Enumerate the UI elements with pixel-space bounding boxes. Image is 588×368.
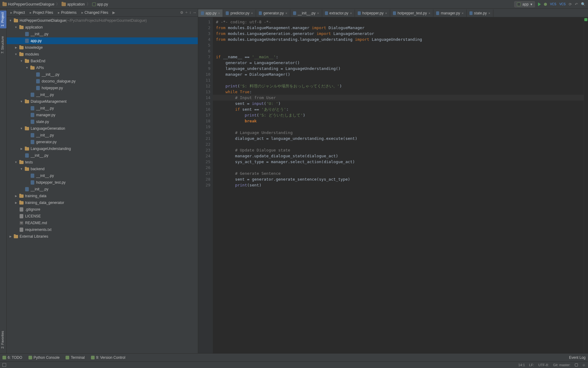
tree-arrow-icon[interactable]: ▼ bbox=[20, 167, 23, 171]
line-number[interactable]: 8 bbox=[198, 60, 210, 66]
tree-arrow-icon[interactable]: ▼ bbox=[14, 26, 18, 29]
code-line[interactable]: # Update Dialogue state bbox=[216, 147, 584, 153]
tool-window-tab[interactable]: 7: Structure bbox=[0, 34, 6, 56]
tree-node[interactable]: ▶training_data_generator bbox=[7, 199, 198, 206]
line-number[interactable]: 2 bbox=[198, 25, 210, 31]
bottom-tool-tab[interactable]: 9: Version Control bbox=[91, 355, 125, 360]
hector-icon[interactable]: ☺ bbox=[582, 363, 586, 367]
line-number[interactable]: 10 bbox=[198, 71, 210, 77]
tree-node[interactable]: ▶knowledge bbox=[7, 44, 198, 51]
line-number[interactable]: 19 bbox=[198, 124, 210, 130]
code-line[interactable]: generator = LanguageGenerator() bbox=[216, 60, 584, 66]
close-icon[interactable]: × bbox=[317, 11, 319, 15]
project-view-tab[interactable]: ▸Project bbox=[8, 10, 27, 16]
code-line[interactable]: from modules.LanguageUnderstanding.langu… bbox=[216, 36, 584, 42]
line-number[interactable]: 1 bbox=[198, 19, 210, 25]
code-line[interactable]: print(sent) bbox=[216, 182, 584, 188]
code-line[interactable]: print('S: どういたしまして') bbox=[216, 112, 584, 118]
tree-node[interactable]: ▼HotPepperGourmetDialogue (~/PycharmProj… bbox=[7, 17, 198, 24]
line-number[interactable]: 7 bbox=[198, 54, 210, 60]
line-number[interactable]: 3 bbox=[198, 31, 210, 36]
code-line[interactable] bbox=[216, 48, 584, 54]
code-line[interactable]: break bbox=[216, 118, 584, 124]
line-number[interactable]: 11 bbox=[198, 77, 210, 83]
lock-icon[interactable] bbox=[575, 363, 578, 366]
tree-node[interactable]: .gitignore bbox=[7, 206, 198, 213]
code-line[interactable]: dialogue_act = language_understanding.ex… bbox=[216, 136, 584, 141]
tree-node[interactable]: __init__.py bbox=[7, 31, 198, 37]
tree-node[interactable]: ▶LanguageUnderstanding bbox=[7, 145, 198, 152]
panel-tool-icon[interactable]: ⚙ bbox=[180, 10, 183, 15]
code-line[interactable] bbox=[216, 165, 584, 171]
tree-node[interactable]: hotpepper_test.py bbox=[7, 179, 198, 186]
line-number[interactable]: 28 bbox=[198, 176, 210, 182]
editor-tab[interactable]: hotpepper_test.py× bbox=[390, 10, 434, 17]
editor-tab[interactable]: hotpepper.py× bbox=[355, 10, 390, 17]
editor-tab[interactable]: generator.py× bbox=[256, 10, 290, 17]
debug-icon[interactable] bbox=[544, 3, 547, 6]
line-separator[interactable]: LF: bbox=[529, 363, 534, 367]
tree-arrow-icon[interactable]: ▼ bbox=[20, 59, 23, 63]
code-line[interactable]: # -*- coding: utf-8 -*- bbox=[216, 19, 584, 25]
tree-arrow-icon[interactable]: ▼ bbox=[14, 161, 18, 164]
encoding[interactable]: UTF-8: bbox=[538, 363, 549, 367]
panel-tool-icon[interactable]: ÷ bbox=[185, 10, 187, 15]
line-number[interactable]: 5 bbox=[198, 42, 210, 48]
tree-node[interactable]: state.py bbox=[7, 118, 198, 125]
bottom-tool-tab[interactable]: Terminal bbox=[66, 355, 85, 360]
event-log-tab[interactable]: Event Log bbox=[569, 355, 586, 360]
editor-tab[interactable]: app.py× bbox=[198, 10, 223, 17]
close-icon[interactable]: × bbox=[428, 11, 430, 15]
tree-node[interactable]: __init__.py bbox=[7, 132, 198, 139]
close-icon[interactable]: × bbox=[285, 11, 287, 15]
tree-node[interactable]: ▶training_data bbox=[7, 193, 198, 199]
tree-node[interactable]: generator.py bbox=[7, 139, 198, 145]
vcs-update-icon[interactable]: VCS bbox=[550, 2, 556, 6]
tree-node[interactable]: ▼application bbox=[7, 24, 198, 31]
code-line[interactable]: if sent == 'ありがとう': bbox=[216, 106, 584, 112]
line-number[interactable]: 4 bbox=[198, 36, 210, 42]
code-line[interactable]: language_understanding = LanguageUnderst… bbox=[216, 66, 584, 71]
bottom-tool-tab[interactable]: 6: TODO bbox=[2, 355, 22, 360]
project-view-tab[interactable]: ▸Project Files bbox=[27, 10, 55, 16]
tree-arrow-icon[interactable]: ▶ bbox=[9, 235, 12, 238]
tree-node[interactable]: hotpepper.py bbox=[7, 85, 198, 91]
line-number[interactable]: 13 bbox=[198, 89, 210, 95]
line-number[interactable]: 20 bbox=[198, 130, 210, 136]
code-line[interactable]: sent = input('U: ') bbox=[216, 101, 584, 106]
tree-arrow-icon[interactable]: ▼ bbox=[25, 66, 29, 69]
code-line[interactable]: manager = DialogueManager() bbox=[216, 71, 584, 77]
tree-arrow-icon[interactable]: ▶ bbox=[20, 147, 23, 150]
close-icon[interactable]: × bbox=[488, 11, 490, 15]
code-line[interactable] bbox=[216, 42, 584, 48]
line-number[interactable]: 22 bbox=[198, 141, 210, 147]
editor-tab[interactable]: extractor.py× bbox=[322, 10, 355, 17]
line-number[interactable]: 27 bbox=[198, 171, 210, 176]
breadcrumb-item[interactable]: HotPepperGourmetDialogue bbox=[2, 2, 54, 6]
run-icon[interactable] bbox=[538, 2, 541, 6]
run-config-selector[interactable]: app ▾ bbox=[514, 1, 535, 7]
editor-tab[interactable]: __init__.py× bbox=[290, 10, 322, 17]
tree-node[interactable]: ▼APIs bbox=[7, 64, 198, 71]
line-number[interactable]: 18 bbox=[198, 118, 210, 124]
tree-node[interactable]: __init__.py bbox=[7, 186, 198, 193]
code-line[interactable]: sys_act_type = manager.select_action(dia… bbox=[216, 159, 584, 165]
tree-node[interactable]: __init__.py bbox=[7, 71, 198, 78]
panel-tool-icon[interactable]: ↔ bbox=[193, 10, 197, 15]
tree-arrow-icon[interactable]: ▶ bbox=[14, 46, 18, 49]
code-line[interactable] bbox=[216, 141, 584, 147]
project-tree[interactable]: ▼HotPepperGourmetDialogue (~/PycharmProj… bbox=[7, 17, 198, 353]
tree-node[interactable]: __init__.py bbox=[7, 172, 198, 179]
tree-arrow-icon[interactable]: ▶ bbox=[14, 194, 18, 197]
status-square-icon[interactable] bbox=[2, 363, 6, 367]
tool-window-tab[interactable]: 2: Favorites bbox=[0, 329, 6, 350]
tree-arrow-icon[interactable]: ▼ bbox=[20, 127, 23, 130]
close-icon[interactable]: × bbox=[350, 11, 352, 15]
line-number[interactable]: 25 bbox=[198, 159, 210, 165]
code-line[interactable] bbox=[216, 77, 584, 83]
tree-arrow-icon[interactable]: ▼ bbox=[20, 100, 23, 103]
breadcrumb-item[interactable]: application bbox=[62, 2, 85, 6]
tree-node[interactable]: __init__.py bbox=[7, 91, 198, 98]
tree-node[interactable]: LICENSE bbox=[7, 213, 198, 220]
tree-node[interactable]: app.py bbox=[7, 37, 198, 44]
